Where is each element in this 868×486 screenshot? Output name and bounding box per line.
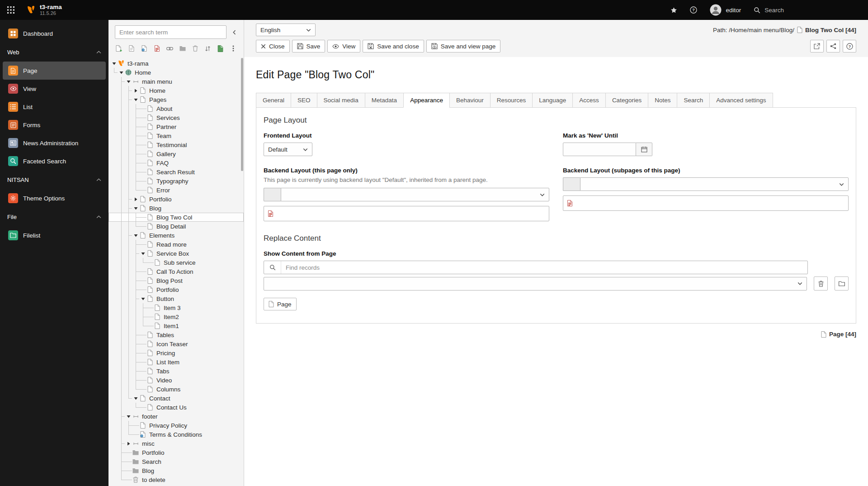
tree-node-gallery[interactable]: Gallery [108,149,244,158]
tree-node-partner[interactable]: Partner [108,122,244,131]
caret-down-icon[interactable] [139,250,146,257]
tab-seo[interactable]: SEO [291,93,317,108]
tree-node-list-item[interactable]: List Item [108,357,244,367]
tree-node-home[interactable]: Home [108,68,244,77]
tree-node-blog-detail[interactable]: Blog Detail [108,222,244,231]
tree-node-item1[interactable]: Item1 [108,321,244,330]
module-item-page[interactable]: Page [3,62,106,80]
pagetree-tool-recycler-button[interactable] [191,44,199,53]
tree-node-t3-rama[interactable]: t3-rama [108,59,244,68]
caret-down-icon[interactable] [118,69,125,76]
remove-record-button[interactable] [814,276,828,291]
tree-node-blog[interactable]: Blog [108,466,244,475]
app-grid-button[interactable] [0,0,22,20]
module-item-dashboard[interactable]: Dashboard [3,24,106,43]
pagetree-tool-new-page-button[interactable] [115,44,123,53]
browse-records-button[interactable] [835,276,849,291]
tree-node-pricing[interactable]: Pricing [108,348,244,357]
tree-node-tabs[interactable]: Tabs [108,367,244,376]
save-button[interactable]: Save [292,40,326,52]
tree-node-columns[interactable]: Columns [108,385,244,394]
backend-layout-this-options[interactable] [264,206,549,221]
tab-search[interactable]: Search [677,93,709,108]
tree-node-portfolio[interactable]: Portfolio [108,285,244,294]
tree-node-main-menu[interactable]: main menu [108,77,244,86]
tree-node-team[interactable]: Team [108,131,244,140]
caret-right-icon[interactable] [132,195,139,203]
tree-node-portfolio[interactable]: Portfolio [108,195,244,204]
tree-node-search-result[interactable]: Search Result [108,167,244,176]
tree-node-contact[interactable]: Contact [108,394,244,403]
tree-node-search[interactable]: Search [108,457,244,466]
brand[interactable]: t3-rama 11.5.26 [22,0,66,20]
module-group-file[interactable]: File [0,207,108,226]
tab-categories[interactable]: Categories [605,93,648,108]
tree-node-about[interactable]: About [108,104,244,113]
pagetree-scrollbar[interactable] [241,58,243,171]
caret-down-icon[interactable] [125,78,132,85]
close-button[interactable]: Close [256,40,290,52]
tree-node-terms-conditions[interactable]: Terms & Conditions [108,430,244,439]
datepicker-button[interactable] [636,143,652,156]
mark-new-until-input[interactable] [563,143,636,156]
caret-right-icon[interactable] [132,87,139,94]
help-button[interactable]: ? [690,6,697,14]
pagetree-tool-note-button[interactable] [217,44,225,53]
tree-node-tables[interactable]: Tables [108,330,244,339]
save-and-close-button[interactable]: Save and close [363,40,424,52]
tree-node-typography[interactable]: Typography [108,176,244,186]
tree-node-to-delete[interactable]: to delete [108,475,244,484]
tree-node-blog-two-col[interactable]: Blog Two Col [108,213,244,222]
topbar-search-button[interactable]: Search [754,7,784,14]
module-item-theme-options[interactable]: Theme Options [3,189,106,207]
tree-node-contact-us[interactable]: Contact Us [108,403,244,412]
pagetree-tool-folder-tool-button[interactable] [178,44,186,53]
module-item-filelist[interactable]: Filelist [3,226,106,244]
pagetree-tool-link-button[interactable] [165,44,174,53]
backend-layout-sub-options[interactable] [563,195,849,211]
tree-node-testimonial[interactable]: Testimonial [108,140,244,149]
tab-social-media[interactable]: Social media [317,93,365,108]
tree-node-video[interactable]: Video [108,376,244,385]
tree-node-item-3[interactable]: Item 3 [108,303,244,312]
frontend-layout-select[interactable]: Default [264,143,312,156]
caret-down-icon[interactable] [132,232,139,239]
tree-node-read-more[interactable]: Read more [108,240,244,249]
module-item-view[interactable]: View [3,80,106,98]
caret-down-icon[interactable] [132,205,139,212]
pagetree-tool-page-content-button[interactable] [127,44,136,53]
user-menu-button[interactable]: editor [710,4,741,16]
caret-down-icon[interactable] [132,96,139,103]
caret-down-icon[interactable] [125,413,132,420]
backend-layout-sub-select[interactable] [580,177,849,191]
tab-advanced-settings[interactable]: Advanced settings [709,93,773,108]
view-button[interactable]: View [327,40,360,52]
tree-node-faq[interactable]: FAQ [108,158,244,167]
tree-node-icon-teaser[interactable]: Icon Teaser [108,339,244,348]
tree-node-blog-post[interactable]: Blog Post [108,276,244,285]
tree-node-misc[interactable]: misc [108,439,244,448]
caret-down-icon[interactable] [110,60,118,67]
tree-node-blog[interactable]: Blog [108,204,244,213]
backend-layout-this-select[interactable] [281,188,549,201]
tree-node-pages[interactable]: Pages [108,95,244,104]
content-from-page-select[interactable] [264,277,807,291]
tree-node-sub-service[interactable]: Sub service [108,258,244,267]
caret-down-icon[interactable] [132,395,139,402]
tab-language[interactable]: Language [532,93,572,108]
module-group-web[interactable]: Web [0,43,108,62]
caret-down-icon[interactable] [139,295,146,302]
tab-appearance[interactable]: Appearance [403,93,449,108]
tab-access[interactable]: Access [572,93,605,108]
tree-node-home[interactable]: Home [108,86,244,95]
tree-node-elements[interactable]: Elements [108,231,244,240]
bookmark-button[interactable] [670,7,677,14]
page-record-button[interactable]: Page [264,298,297,310]
collapse-pagetree-button[interactable] [229,25,239,39]
tree-node-privacy-policy[interactable]: Privacy Policy [108,421,244,430]
tab-metadata[interactable]: Metadata [365,93,403,108]
caret-right-icon[interactable] [125,440,132,447]
tree-node-item2[interactable]: Item2 [108,312,244,321]
tree-node-footer[interactable]: footer [108,412,244,421]
tree-node-error[interactable]: Error [108,186,244,195]
